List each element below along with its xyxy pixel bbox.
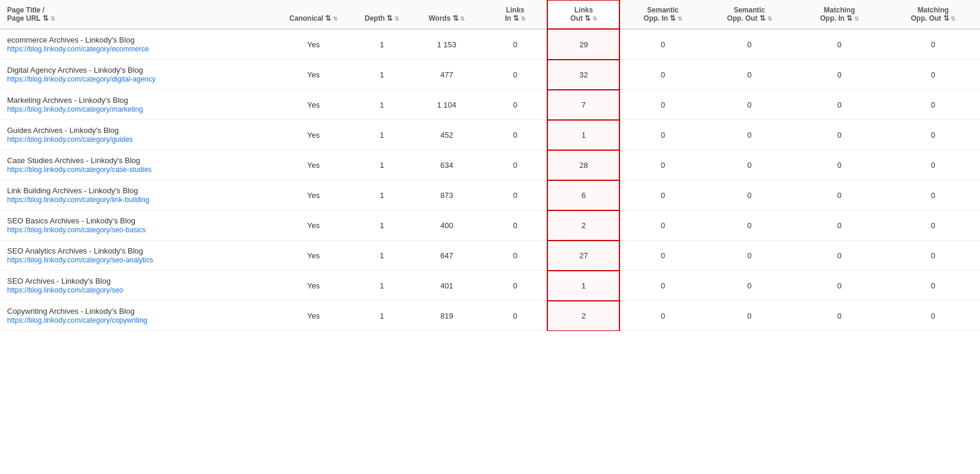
cell-links-in: 0: [483, 90, 548, 120]
cell-semantic-opp-in: 0: [619, 29, 706, 60]
page-url-link[interactable]: https://blog.linkody.com/category/guides: [7, 135, 133, 144]
table-row: SEO Basics Archives - Linkody's Blog htt…: [0, 210, 980, 241]
cell-words: 477: [411, 60, 483, 90]
table-header-row: Page Title /Page URL ⇅ Canonical ⇅ Depth…: [0, 0, 980, 29]
page-url-link[interactable]: https://blog.linkody.com/category/link-b…: [7, 196, 150, 204]
page-url-link[interactable]: https://blog.linkody.com/category/market…: [7, 105, 143, 113]
cell-semantic-opp-in: 0: [619, 120, 706, 150]
table-row: Marketing Archives - Linkody's Blog http…: [0, 90, 980, 120]
cell-depth: 1: [353, 301, 411, 331]
cell-words: 400: [411, 210, 483, 241]
cell-semantic-opp-out: 0: [706, 90, 793, 120]
cell-semantic-opp-out: 0: [706, 301, 793, 331]
cell-semantic-opp-out: 0: [706, 241, 793, 271]
cell-matching-opp-in: 0: [793, 29, 886, 60]
cell-depth: 1: [353, 180, 411, 210]
cell-semantic-opp-out: 0: [706, 120, 793, 150]
col-header-semantic-opp-in[interactable]: SemanticOpp. In ⇅: [619, 0, 706, 29]
table-row: SEO Analytics Archives - Linkody's Blog …: [0, 241, 980, 271]
cell-links-out: 2: [547, 301, 619, 331]
cell-depth: 1: [353, 90, 411, 120]
cell-words: 819: [411, 301, 483, 331]
col-header-depth[interactable]: Depth ⇅: [353, 0, 411, 29]
cell-title-url: SEO Archives - Linkody's Blog https://bl…: [0, 271, 274, 301]
cell-matching-opp-out: 0: [886, 241, 980, 271]
table-row: Digital Agency Archives - Linkody's Blog…: [0, 60, 980, 90]
cell-links-in: 0: [483, 29, 548, 60]
col-header-links-in[interactable]: LinksIn ⇅: [483, 0, 548, 29]
table-row: Copywriting Archives - Linkody's Blog ht…: [0, 301, 980, 331]
cell-semantic-opp-in: 0: [619, 150, 706, 180]
cell-links-in: 0: [483, 271, 548, 301]
col-header-matching-opp-in[interactable]: MatchingOpp. In ⇅: [793, 0, 886, 29]
cell-title-url: Link Building Archives - Linkody's Blog …: [0, 180, 274, 210]
cell-matching-opp-out: 0: [886, 120, 980, 150]
cell-canonical: Yes: [274, 150, 353, 180]
table-row: Link Building Archives - Linkody's Blog …: [0, 180, 980, 210]
cell-depth: 1: [353, 210, 411, 241]
cell-depth: 1: [353, 241, 411, 271]
page-url-link[interactable]: https://blog.linkody.com/category/copywr…: [7, 316, 147, 324]
page-title-text: Copywriting Archives - Linkody's Blog: [7, 307, 267, 316]
cell-semantic-opp-in: 0: [619, 180, 706, 210]
cell-links-in: 0: [483, 150, 548, 180]
page-title-text: SEO Archives - Linkody's Blog: [7, 277, 267, 285]
cell-title-url: Guides Archives - Linkody's Blog https:/…: [0, 120, 274, 150]
page-title-text: Marketing Archives - Linkody's Blog: [7, 96, 267, 105]
cell-matching-opp-out: 0: [886, 180, 980, 210]
cell-words: 452: [411, 120, 483, 150]
cell-title-url: SEO Analytics Archives - Linkody's Blog …: [0, 241, 274, 271]
cell-matching-opp-out: 0: [886, 301, 980, 331]
cell-matching-opp-out: 0: [886, 90, 980, 120]
page-title-text: Guides Archives - Linkody's Blog: [7, 126, 267, 135]
cell-canonical: Yes: [274, 301, 353, 331]
page-title-text: Digital Agency Archives - Linkody's Blog: [7, 66, 267, 74]
page-url-link[interactable]: https://blog.linkody.com/category/digita…: [7, 75, 155, 83]
col-header-words[interactable]: Words ⇅: [411, 0, 483, 29]
col-header-links-out[interactable]: LinksOut ⇅: [547, 0, 619, 29]
cell-semantic-opp-out: 0: [706, 60, 793, 90]
cell-matching-opp-in: 0: [793, 90, 886, 120]
cell-semantic-opp-in: 0: [619, 210, 706, 241]
table-row: Guides Archives - Linkody's Blog https:/…: [0, 120, 980, 150]
col-header-semantic-opp-out[interactable]: SemanticOpp. Out ⇅: [706, 0, 793, 29]
cell-title-url: ecommerce Archives - Linkody's Blog http…: [0, 29, 274, 60]
cell-title-url: Marketing Archives - Linkody's Blog http…: [0, 90, 274, 120]
cell-words: 873: [411, 180, 483, 210]
cell-links-in: 0: [483, 241, 548, 271]
cell-title-url: Case Studies Archives - Linkody's Blog h…: [0, 150, 274, 180]
cell-matching-opp-out: 0: [886, 29, 980, 60]
col-header-canonical[interactable]: Canonical ⇅: [274, 0, 353, 29]
cell-words: 1 104: [411, 90, 483, 120]
page-url-link[interactable]: https://blog.linkody.com/category/ecomme…: [7, 45, 149, 53]
cell-matching-opp-in: 0: [793, 241, 886, 271]
cell-semantic-opp-out: 0: [706, 210, 793, 241]
page-url-link[interactable]: https://blog.linkody.com/category/case-s…: [7, 165, 152, 174]
page-url-link[interactable]: https://blog.linkody.com/category/seo-an…: [7, 256, 153, 264]
cell-canonical: Yes: [274, 271, 353, 301]
cell-words: 647: [411, 241, 483, 271]
page-title-text: Case Studies Archives - Linkody's Blog: [7, 156, 267, 165]
cell-canonical: Yes: [274, 29, 353, 60]
cell-matching-opp-in: 0: [793, 301, 886, 331]
cell-semantic-opp-in: 0: [619, 60, 706, 90]
table-row: Case Studies Archives - Linkody's Blog h…: [0, 150, 980, 180]
cell-semantic-opp-out: 0: [706, 29, 793, 60]
cell-links-in: 0: [483, 180, 548, 210]
col-header-matching-opp-out[interactable]: MatchingOpp. Out ⇅: [886, 0, 980, 29]
cell-links-out: 29: [547, 29, 619, 60]
page-url-link[interactable]: https://blog.linkody.com/category/seo: [7, 286, 124, 294]
col-header-title[interactable]: Page Title /Page URL ⇅: [0, 0, 274, 29]
cell-matching-opp-out: 0: [886, 150, 980, 180]
page-url-link[interactable]: https://blog.linkody.com/category/seo-ba…: [7, 226, 146, 234]
cell-words: 634: [411, 150, 483, 180]
page-title-text: Link Building Archives - Linkody's Blog: [7, 186, 267, 195]
cell-canonical: Yes: [274, 180, 353, 210]
cell-semantic-opp-out: 0: [706, 150, 793, 180]
cell-depth: 1: [353, 120, 411, 150]
main-table-container: Page Title /Page URL ⇅ Canonical ⇅ Depth…: [0, 0, 980, 331]
cell-depth: 1: [353, 29, 411, 60]
cell-links-out: 7: [547, 90, 619, 120]
cell-semantic-opp-out: 0: [706, 180, 793, 210]
cell-matching-opp-out: 0: [886, 210, 980, 241]
